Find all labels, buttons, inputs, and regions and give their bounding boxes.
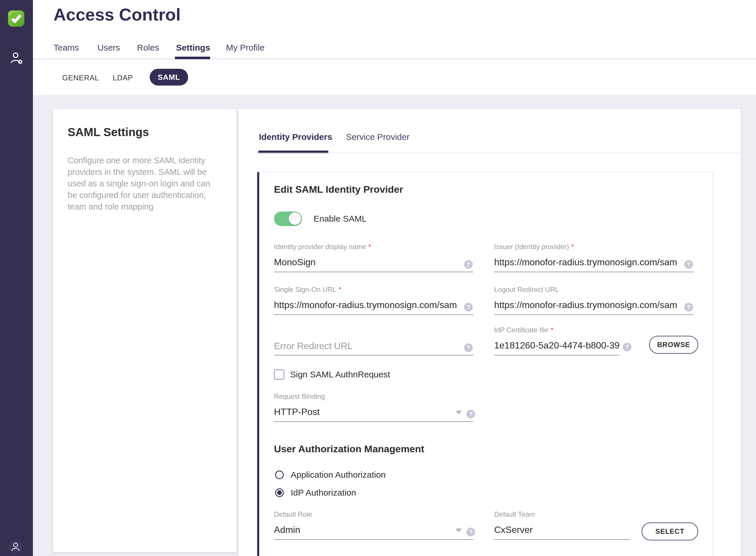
- sso-url-input[interactable]: https://monofor-radius.trymonosign.com/s…: [274, 297, 473, 315]
- help-icon[interactable]: ?: [684, 260, 693, 269]
- default-role-select[interactable]: Admin ?: [274, 521, 473, 540]
- sign-authn-row: Sign SAML AuthnRequest: [274, 369, 390, 380]
- header: Access Control Teams Users Roles Setting…: [33, 0, 756, 95]
- default-team-input[interactable]: CxServer: [494, 521, 630, 540]
- application-authorization-label: Application Authorization: [291, 470, 386, 480]
- idp-authorization-radio[interactable]: [275, 488, 284, 497]
- user-avatar[interactable]: [9, 540, 22, 553]
- logout-url-label: Logout Redirect URL: [494, 285, 559, 293]
- error-url-input[interactable]: Error Redirect URL ?: [274, 338, 473, 355]
- sign-authn-checkbox[interactable]: [274, 369, 284, 380]
- enable-saml-label: Enable SAML: [314, 214, 367, 224]
- display-name-input[interactable]: MonoSign ?: [274, 254, 473, 272]
- chevron-down-icon[interactable]: [455, 411, 462, 414]
- panel-description: Configure one or more SAML identity prov…: [68, 154, 215, 212]
- help-icon[interactable]: ?: [464, 303, 473, 312]
- default-team-label: Default Team: [494, 510, 535, 518]
- display-name-label: Identity provider display name: [274, 243, 366, 250]
- sso-url-label: Single Sign-On URL: [274, 285, 336, 293]
- chevron-down-icon[interactable]: [455, 528, 462, 532]
- content-area: SAML Settings Configure one or more SAML…: [33, 95, 756, 556]
- field-error-url: Error Redirect URL ?: [274, 338, 473, 355]
- issuer-label: Issuer (Identity provider): [494, 243, 569, 250]
- authz-option-application: Application Authorization: [275, 469, 386, 480]
- subtab-general[interactable]: GENERAL: [62, 73, 99, 82]
- edit-idp-card: Edit SAML Identity Provider Enable SAML …: [257, 172, 713, 556]
- required-asterisk: *: [339, 285, 341, 293]
- settings-tab-underline: [175, 57, 210, 59]
- authz-heading: User Authorization Management: [274, 443, 424, 455]
- required-asterisk: *: [571, 243, 574, 250]
- provider-tabs-divider: [257, 152, 741, 153]
- request-binding-label: Request Binding: [274, 392, 325, 400]
- checkmarx-logo-icon: [7, 10, 25, 27]
- help-icon[interactable]: ?: [464, 343, 473, 352]
- subtab-ldap[interactable]: LDAP: [113, 73, 133, 82]
- field-idp-certificate: IdP Certificate file* 1e181260-5a20-4474…: [494, 326, 619, 355]
- field-request-binding: Request Binding HTTP-Post ?: [274, 392, 473, 422]
- tabs-divider: [33, 59, 756, 59]
- page-title: Access Control: [54, 5, 181, 25]
- logout-url-input[interactable]: https://monofor-radius.trymonosign.com/s…: [494, 297, 694, 315]
- tab-settings[interactable]: Settings: [176, 43, 210, 53]
- tab-identity-providers[interactable]: Identity Providers: [259, 132, 332, 142]
- required-asterisk: *: [369, 243, 371, 250]
- tab-users[interactable]: Users: [97, 43, 120, 53]
- default-role-label: Default Role: [274, 510, 312, 518]
- application-authorization-radio[interactable]: [275, 471, 284, 479]
- enable-saml-toggle[interactable]: [274, 212, 302, 226]
- issuer-input[interactable]: https://monofor-radius.trymonosign.com/s…: [494, 254, 694, 272]
- field-issuer: Issuer (Identity provider)* https://mono…: [494, 243, 694, 272]
- help-icon[interactable]: ?: [467, 528, 475, 536]
- saml-settings-panel: SAML Settings Configure one or more SAML…: [53, 109, 236, 552]
- request-binding-select[interactable]: HTTP-Post ?: [274, 404, 473, 422]
- field-display-name: Identity provider display name* MonoSign…: [274, 243, 473, 272]
- card-heading: Edit SAML Identity Provider: [274, 184, 403, 195]
- help-icon[interactable]: ?: [467, 410, 475, 418]
- panel-title: SAML Settings: [68, 126, 149, 139]
- sign-authn-label: Sign SAML AuthnRequest: [290, 370, 390, 379]
- idp-cert-label: IdP Certificate file: [494, 326, 549, 334]
- authz-option-idp: IdP Authorization: [275, 487, 356, 498]
- toggle-knob: [288, 212, 301, 225]
- help-icon[interactable]: ?: [684, 303, 693, 312]
- enable-saml-row: Enable SAML: [274, 212, 367, 226]
- field-default-team: Default Team CxServer: [494, 510, 630, 540]
- field-logout-url: Logout Redirect URL https://monofor-radi…: [494, 285, 694, 315]
- tab-service-provider[interactable]: Service Provider: [346, 132, 410, 142]
- idp-cert-input[interactable]: 1e181260-5a20-4474-b800-39…: [494, 337, 619, 355]
- tab-roles[interactable]: Roles: [137, 43, 159, 53]
- help-icon[interactable]: ?: [623, 343, 631, 351]
- identity-provider-panel: Identity Providers Service Provider Edit…: [238, 109, 741, 556]
- browse-button[interactable]: BROWSE: [649, 336, 698, 354]
- idp-authorization-label: IdP Authorization: [291, 488, 356, 498]
- field-default-role: Default Role Admin ?: [274, 510, 473, 540]
- user-management-icon[interactable]: [9, 51, 24, 65]
- help-icon[interactable]: ?: [464, 260, 473, 269]
- field-sso-url: Single Sign-On URL* https://monofor-radi…: [274, 285, 473, 315]
- checkmarx-logo[interactable]: [7, 10, 25, 27]
- person-icon: [10, 541, 22, 553]
- tab-my-profile[interactable]: My Profile: [226, 43, 265, 53]
- tab-teams[interactable]: Teams: [54, 43, 79, 53]
- select-team-button[interactable]: SELECT: [642, 522, 698, 541]
- sidebar: [0, 0, 33, 556]
- subtab-saml[interactable]: SAML: [150, 69, 188, 85]
- required-asterisk: *: [551, 326, 553, 334]
